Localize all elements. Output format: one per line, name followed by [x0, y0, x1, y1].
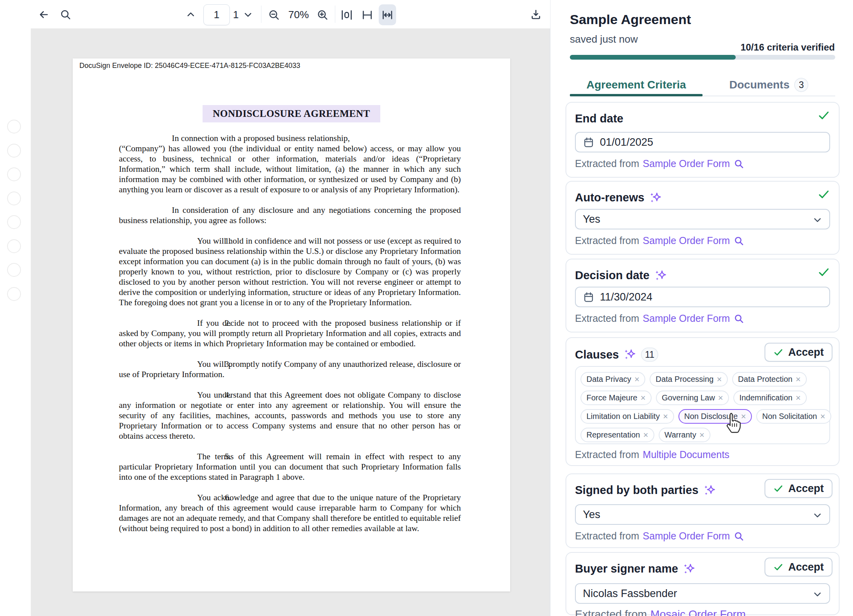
remove-chip-icon[interactable]: ×: [641, 394, 646, 402]
extracted-from-line: Extracted from Sample Order Form: [575, 158, 744, 169]
paragraph-text: In consideration of any disclosure and a…: [119, 205, 461, 225]
clause-chip-data-processing[interactable]: Data Processing×: [650, 372, 728, 387]
paragraph-text: The terms of this Agreement will remain …: [119, 452, 461, 482]
download-button[interactable]: [529, 8, 543, 21]
signed-by-both-parties-select[interactable]: Yes: [575, 504, 830, 525]
tab-agreement-criteria[interactable]: Agreement Criteria: [570, 73, 703, 96]
remove-chip-icon[interactable]: ×: [643, 431, 648, 439]
extracted-from-line: Extracted from Multiple Documents: [575, 449, 729, 460]
source-search-icon[interactable]: [733, 531, 744, 542]
source-link[interactable]: Sample Order Form: [643, 235, 730, 246]
criteria-card-decision-date: Decision date 11/30/2024Extracted from S…: [566, 259, 840, 332]
calendar-icon: [583, 137, 594, 148]
progress-bar: [570, 55, 835, 60]
clause-chip-limitation-on-liability[interactable]: Limitation on Liability×: [581, 409, 674, 424]
clause-chip-indemnification[interactable]: Indemnification×: [733, 391, 806, 405]
remove-chip-icon[interactable]: ×: [796, 394, 801, 402]
source-search-icon[interactable]: [733, 313, 744, 324]
annotation-circle[interactable]: [7, 192, 21, 205]
verified-check-icon: [817, 266, 830, 278]
remove-chip-icon[interactable]: ×: [699, 431, 705, 439]
clause-chip-data-protection[interactable]: Data Protection×: [732, 372, 807, 387]
extracted-prefix: Extracted from: [575, 608, 647, 616]
source-link[interactable]: Multiple Documents: [643, 449, 730, 460]
source-link[interactable]: Sample Order Form: [643, 158, 730, 169]
annotation-circle[interactable]: [7, 215, 21, 229]
clause-tag-row: Limitation on Liability×Non Disclosure×N…: [581, 409, 825, 424]
select-chevron: [812, 214, 823, 227]
auto-renews-select[interactable]: Yes: [575, 209, 830, 229]
clause-chip-non-disclosure[interactable]: Non Disclosure×: [678, 409, 752, 424]
tab-label: Agreement Criteria: [586, 79, 686, 91]
paragraph-text: (“Company”) has allowed you (the individ…: [119, 144, 461, 194]
annotation-circle[interactable]: [7, 120, 21, 133]
clause-chip-warranty[interactable]: Warranty×: [659, 428, 710, 442]
annotation-circle[interactable]: [7, 144, 21, 158]
fit-height-button[interactable]: [361, 9, 374, 21]
verified-check-icon: [817, 188, 830, 201]
accept-button[interactable]: Accept: [765, 343, 832, 362]
annotation-circle[interactable]: [7, 167, 21, 181]
chevron-down-icon: [812, 589, 823, 600]
field-value: Nicolas Fassbender: [583, 588, 677, 600]
document-paragraph-2: 2.If you decide not to proceed with the …: [119, 318, 461, 349]
paragraph-text: You acknowledge and agree that due to th…: [119, 493, 461, 533]
download-icon: [530, 8, 542, 21]
criterion-verified-check: [817, 109, 830, 123]
chevron-up-icon: [185, 9, 196, 20]
end-date-date-input[interactable]: 01/01/2025: [575, 132, 830, 152]
paragraph-number: 5.: [172, 451, 197, 462]
extracted-prefix: Extracted from: [575, 158, 639, 169]
fit-page-button[interactable]: [340, 9, 353, 21]
clause-tags-container: Data Privacy×Data Processing×Data Protec…: [575, 366, 830, 444]
zoom-out-button[interactable]: [268, 9, 280, 21]
back-arrow-icon: [38, 9, 50, 21]
ai-sparkle-icon: [624, 348, 636, 361]
source-search-icon[interactable]: [733, 235, 744, 246]
source-search-icon[interactable]: [733, 158, 744, 169]
buyer-signer-name-select[interactable]: Nicolas Fassbender: [575, 583, 830, 604]
clause-chip-force-majeure[interactable]: Force Majeure×: [581, 391, 652, 405]
zoom-in-button[interactable]: [316, 9, 329, 21]
remove-chip-icon[interactable]: ×: [718, 394, 723, 402]
source-link[interactable]: Mosaic Order Form: [650, 608, 746, 616]
chip-label: Data Protection: [738, 375, 793, 384]
card-label: Decision date: [575, 269, 650, 282]
source-link[interactable]: Sample Order Form: [643, 530, 730, 542]
search-button[interactable]: [60, 9, 71, 21]
remove-chip-icon[interactable]: ×: [741, 412, 746, 421]
accept-button[interactable]: Accept: [765, 558, 832, 577]
page-number-input[interactable]: [203, 4, 230, 25]
remove-chip-icon[interactable]: ×: [796, 375, 801, 384]
clause-chip-data-privacy[interactable]: Data Privacy×: [581, 372, 645, 387]
chip-label: Data Privacy: [586, 375, 631, 384]
source-link[interactable]: Sample Order Form: [643, 313, 730, 324]
accept-button[interactable]: Accept: [765, 479, 832, 498]
annotation-circle[interactable]: [7, 239, 21, 253]
calendar-icon: [583, 291, 594, 303]
fit-width-button[interactable]: [380, 9, 395, 21]
annotation-circle[interactable]: [7, 263, 21, 277]
documents-count-badge: 3: [794, 78, 808, 92]
decision-date-date-input[interactable]: 11/30/2024: [575, 287, 830, 307]
tab-documents[interactable]: Documents 3: [703, 73, 835, 96]
remove-chip-icon[interactable]: ×: [820, 412, 825, 421]
remove-chip-icon[interactable]: ×: [717, 375, 722, 384]
chip-label: Non Disclosure: [684, 412, 738, 421]
back-button[interactable]: [38, 9, 50, 21]
clause-chip-non-solicitation[interactable]: Non Solicitation×: [756, 409, 831, 424]
app-window: 1 70% DocuSign Envelope ID: 250: [0, 0, 853, 616]
clause-chip-representation[interactable]: Representation×: [581, 428, 654, 442]
paragraph-text: You will hold in confidence and will not…: [119, 236, 461, 307]
extracted-prefix: Extracted from: [575, 235, 639, 246]
next-page-button[interactable]: [242, 9, 254, 20]
previous-page-button[interactable]: [185, 9, 197, 20]
remove-chip-icon[interactable]: ×: [634, 375, 639, 384]
clause-chip-governing-law[interactable]: Governing Law×: [656, 391, 729, 405]
card-header: Auto-renews: [575, 191, 662, 204]
annotation-circle[interactable]: [7, 287, 21, 301]
remove-chip-icon[interactable]: ×: [663, 412, 668, 421]
chevron-down-icon: [812, 510, 823, 521]
chip-label: Limitation on Liability: [586, 412, 660, 421]
document-paragraph-3: 3.You will promptly notify Company of an…: [119, 359, 461, 379]
